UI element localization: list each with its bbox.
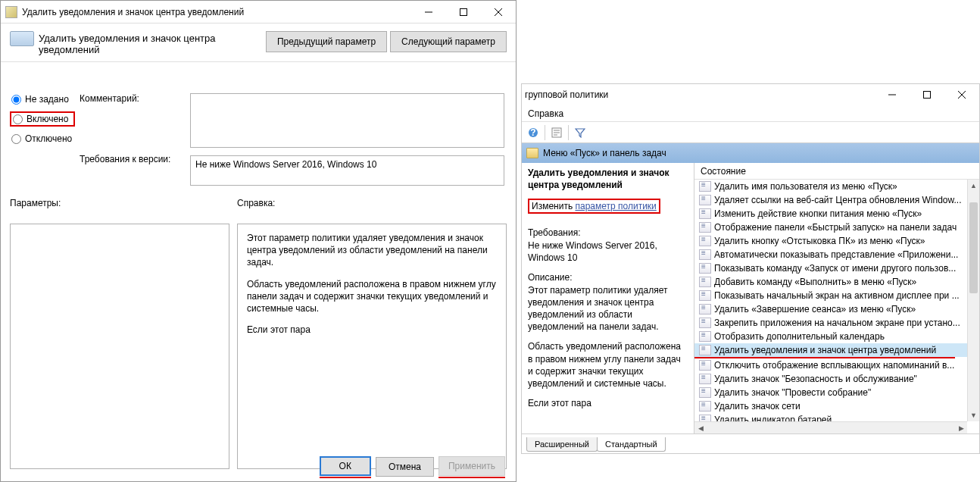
help-icon[interactable]: ? <box>525 124 541 141</box>
radio-not-configured[interactable]: Не задано <box>10 93 75 105</box>
list-item[interactable]: Показывать начальный экран на активном д… <box>694 289 967 302</box>
req-value: Не ниже Windows Server 2016, Windows 10 <box>528 239 688 264</box>
list-item[interactable]: Отключить отображение всплывающих напоми… <box>694 358 967 372</box>
policy-list-pane: Состояние Удалить имя пользователя из ме… <box>694 163 979 433</box>
previous-setting-button[interactable]: Предыдущий параметр <box>266 31 387 52</box>
policy-item-icon <box>699 345 711 355</box>
policy-item-icon <box>699 331 711 342</box>
comment-label: Комментарий: <box>80 93 178 104</box>
tab-extended[interactable]: Расширенный <box>526 437 598 452</box>
desc-label: Описание: <box>528 272 688 283</box>
menubar: Справка <box>522 105 979 122</box>
edit-policy-link[interactable]: параметр политики <box>575 201 656 211</box>
details-pane: Удалить уведомления и значок центра увед… <box>522 163 694 433</box>
scroll-right-icon[interactable]: ▶ <box>955 424 967 432</box>
mmc-close-button[interactable] <box>944 84 979 106</box>
list-item[interactable]: Удалить значок сети <box>694 399 967 413</box>
list-item[interactable]: Удалить значок "Безопасность и обслужива… <box>694 372 967 386</box>
view-tabs: Расширенный Стандартный <box>522 433 979 452</box>
policy-item-icon <box>699 360 711 371</box>
list-item[interactable]: Удалить имя пользователя из меню «Пуск» <box>694 180 967 193</box>
mmc-maximize-button[interactable] <box>910 84 944 106</box>
policy-item-icon <box>699 236 711 246</box>
selected-policy-title: Удалить уведомления и значок центра увед… <box>528 167 688 191</box>
dialog-icon <box>5 6 17 18</box>
list-item[interactable]: Удалить «Завершение сеанса» из меню «Пус… <box>694 302 967 316</box>
horizontal-scrollbar[interactable]: ◀ ▶ <box>694 421 967 433</box>
svg-text:?: ? <box>530 127 535 138</box>
radio-enabled[interactable]: Включено <box>10 111 75 127</box>
policy-item-icon <box>699 374 711 384</box>
minimize-button[interactable] <box>411 1 446 23</box>
requirements-label: Требования к версии: <box>80 154 178 164</box>
requirements-box: Не ниже Windows Server 2016, Windows 10 <box>190 155 504 186</box>
apply-button[interactable]: Применить <box>439 456 505 476</box>
policy-item-icon <box>699 304 711 315</box>
cancel-button[interactable]: Отмена <box>376 457 434 477</box>
ok-button[interactable]: ОК <box>320 456 371 476</box>
help-label: Справка: <box>237 198 275 208</box>
menu-help[interactable]: Справка <box>528 108 563 119</box>
svg-rect-1 <box>924 92 931 99</box>
policy-item-icon <box>699 277 711 287</box>
list-item[interactable]: Удалить кнопку «Отстыковка ПК» из меню «… <box>694 234 967 248</box>
policy-item-icon <box>699 387 711 398</box>
gpedit-window: групповой политики Справка ? Меню «Пуск»… <box>521 83 980 454</box>
parameters-label: Параметры: <box>10 198 61 208</box>
policy-item-icon <box>699 401 711 412</box>
policy-item-icon <box>699 318 711 328</box>
policy-list[interactable]: Удалить имя пользователя из меню «Пуск»У… <box>694 180 967 433</box>
list-item[interactable]: Удаляет ссылки на веб-сайт Центра обновл… <box>694 193 967 207</box>
titlebar: Удалить уведомления и значок центра увед… <box>1 1 516 23</box>
folder-icon <box>526 148 538 158</box>
radio-disabled[interactable]: Отключено <box>10 133 75 145</box>
filter-icon[interactable] <box>572 124 588 141</box>
next-setting-button[interactable]: Следующий параметр <box>390 31 507 52</box>
mmc-titlebar: групповой политики <box>522 84 979 105</box>
properties-icon[interactable] <box>548 124 565 141</box>
scroll-up-icon[interactable]: ▲ <box>968 180 979 192</box>
policy-item-icon <box>699 195 711 205</box>
close-button[interactable] <box>481 1 516 23</box>
mmc-title-text: групповой политики <box>525 89 875 100</box>
vertical-scrollbar[interactable]: ▲ ▼ <box>967 180 979 421</box>
policy-item-icon <box>699 208 711 219</box>
policy-item-icon <box>699 263 711 274</box>
dialog-title: Удалить уведомления и значок центра увед… <box>22 7 411 17</box>
policy-item-icon <box>699 249 711 260</box>
list-item[interactable]: Отобразить дополнительный календарь <box>694 330 967 343</box>
scroll-thumb[interactable] <box>969 202 978 293</box>
policy-icon <box>10 31 34 46</box>
req-label: Требования: <box>528 227 688 238</box>
toolbar: ? <box>522 122 979 143</box>
column-header-state[interactable]: Состояние <box>694 163 979 180</box>
list-item[interactable]: Автоматически показывать представление «… <box>694 248 967 261</box>
help-box: Этот параметр политики удаляет уведомлен… <box>237 224 507 469</box>
list-item[interactable]: Добавить команду «Выполнить» в меню «Пус… <box>694 275 967 289</box>
list-item[interactable]: Закрепить приложения на начальном экране… <box>694 316 967 330</box>
policy-item-icon <box>699 290 711 301</box>
parameters-box <box>10 224 229 469</box>
scroll-down-icon[interactable]: ▼ <box>968 409 979 421</box>
list-item[interactable]: Удалить уведомления и значок центра увед… <box>694 343 967 357</box>
policy-header: Удалить уведомления и значок центра увед… <box>39 31 266 55</box>
breadcrumb: Меню «Пуск» и панель задач <box>522 143 979 163</box>
maximize-button[interactable] <box>446 1 481 23</box>
list-item[interactable]: Изменить действие кнопки питания меню «П… <box>694 207 967 221</box>
policy-item-icon <box>699 222 711 233</box>
scroll-left-icon[interactable]: ◀ <box>694 424 707 432</box>
list-item[interactable]: Отображение панели «Быстрый запуск» на п… <box>694 221 967 234</box>
svg-rect-0 <box>460 8 467 15</box>
comment-textarea[interactable] <box>190 93 504 148</box>
policy-item-icon <box>699 181 711 192</box>
list-item[interactable]: Удалить значок "Провести собрание" <box>694 386 967 399</box>
list-item[interactable]: Показывать команду «Запуск от имени друг… <box>694 261 967 275</box>
tab-standard[interactable]: Стандартный <box>597 437 666 452</box>
policy-dialog: Удалить уведомления и значок центра увед… <box>0 0 517 482</box>
mmc-minimize-button[interactable] <box>875 84 910 106</box>
